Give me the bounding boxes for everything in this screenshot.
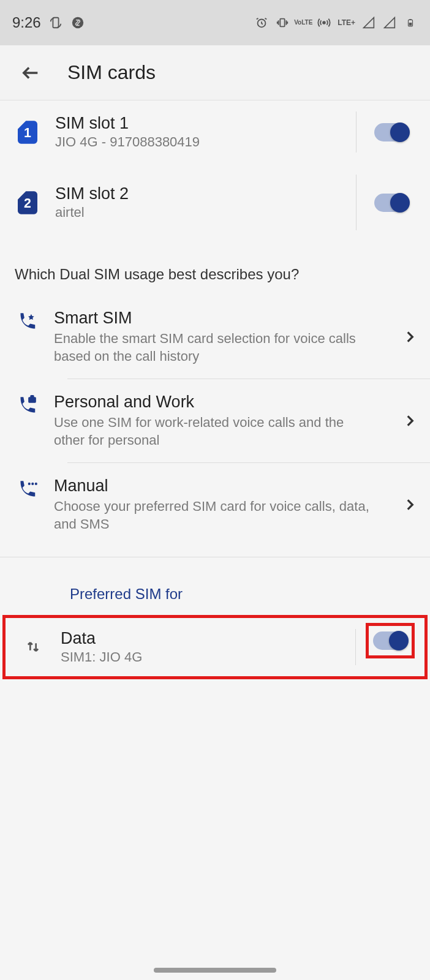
svg-point-1 — [72, 17, 83, 28]
signal-2-icon — [382, 15, 397, 30]
data-arrows-icon — [23, 636, 43, 657]
svg-point-4 — [323, 21, 325, 24]
svg-rect-11 — [30, 395, 34, 398]
svg-rect-6 — [409, 19, 412, 20]
volte-icon: VoLTE — [296, 15, 311, 30]
status-right: VoLTE LTE+ — [254, 15, 418, 30]
data-toggle[interactable] — [373, 631, 407, 650]
status-left: 9:26 — [12, 14, 85, 31]
usage-pw-sub: Use one SIM for work-related voice calls… — [54, 414, 375, 449]
divider — [356, 175, 356, 230]
svg-point-13 — [31, 483, 34, 485]
svg-point-12 — [28, 483, 31, 485]
svg-text:2: 2 — [24, 196, 31, 211]
back-button[interactable] — [18, 61, 43, 85]
lte-label: LTE+ — [338, 15, 355, 30]
page-title: SIM cards — [67, 61, 156, 84]
chevron-right-icon — [401, 329, 419, 345]
shazam-icon — [70, 15, 85, 30]
svg-point-14 — [35, 483, 37, 485]
highlight-box: Data SIM1: JIO 4G — [2, 615, 428, 679]
usage-manual[interactable]: Manual Choose your preferred SIM card fo… — [0, 463, 430, 546]
svg-rect-7 — [409, 23, 412, 26]
sim-2-subtitle: airtel — [55, 205, 347, 221]
sim-2-title: SIM slot 2 — [55, 184, 347, 203]
sim-1-subtitle: JIO 4G - 917088380419 — [55, 134, 347, 150]
hotspot-icon — [317, 15, 331, 30]
status-bar: 9:26 VoLTE LTE+ — [0, 0, 430, 45]
alarm-icon — [254, 15, 269, 30]
usage-smart-sub: Enable the smart SIM card selection for … — [54, 330, 375, 365]
chevron-right-icon — [401, 413, 419, 429]
usage-personal-work[interactable]: Personal and Work Use one SIM for work-r… — [0, 379, 430, 462]
sim-2-toggle[interactable] — [374, 194, 409, 212]
sim-1-icon: 1 — [17, 121, 38, 144]
screen-rotate-icon — [48, 15, 63, 30]
svg-rect-0 — [53, 18, 58, 28]
svg-text:1: 1 — [24, 126, 31, 140]
sim-slot-2-row[interactable]: 2 SIM slot 2 airtel — [0, 164, 430, 241]
phone-briefcase-icon — [15, 395, 40, 421]
sim-slot-1-row[interactable]: 1 SIM slot 1 JIO 4G - 917088380419 — [0, 100, 430, 164]
phone-dots-icon — [15, 479, 40, 505]
usage-manual-title: Manual — [54, 477, 375, 496]
divider — [355, 629, 356, 665]
svg-rect-3 — [281, 19, 285, 27]
sim-1-toggle[interactable] — [374, 123, 409, 141]
dual-sim-question: Which Dual SIM usage best describes you? — [0, 241, 430, 295]
preferred-sim-header: Preferred SIM for — [0, 557, 430, 615]
signal-1-icon — [361, 15, 376, 30]
vibrate-icon — [275, 15, 290, 30]
nav-handle[interactable] — [154, 968, 276, 973]
usage-smart-title: Smart SIM — [54, 309, 375, 328]
status-time: 9:26 — [12, 14, 41, 31]
sim-2-icon: 2 — [17, 191, 38, 214]
highlight-toggle-box — [366, 623, 415, 658]
usage-manual-sub: Choose your preferred SIM card for voice… — [54, 498, 375, 533]
sim-1-title: SIM slot 1 — [55, 114, 347, 133]
usage-smart-sim[interactable]: Smart SIM Enable the smart SIM card sele… — [0, 295, 430, 379]
data-row[interactable]: Data SIM1: JIO 4G — [6, 618, 424, 676]
app-bar: SIM cards — [0, 45, 430, 100]
phone-star-icon — [15, 311, 40, 337]
divider — [356, 111, 356, 153]
chevron-right-icon — [401, 497, 419, 513]
battery-icon — [403, 15, 418, 30]
usage-pw-title: Personal and Work — [54, 393, 375, 412]
